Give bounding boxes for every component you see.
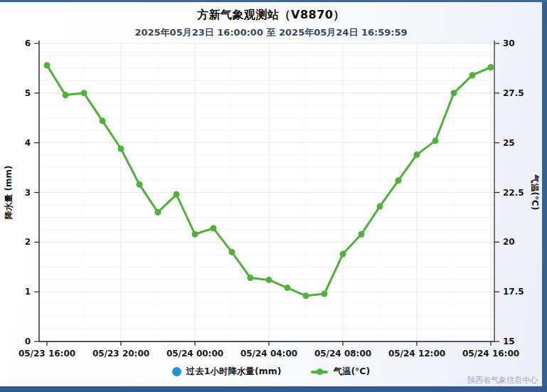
precipitation-legend-label: 过去1小时降水量(mm) <box>186 366 282 378</box>
svg-text:05/23 16:00: 05/23 16:00 <box>18 349 75 359</box>
legend: 过去1小时降水量(mm) 气温(°C) <box>0 366 542 378</box>
svg-text:降水量 (mm): 降水量 (mm) <box>4 165 14 219</box>
svg-text:1: 1 <box>25 287 31 297</box>
svg-text:27.5: 27.5 <box>503 88 524 98</box>
temperature-legend-label: 气温(°C) <box>333 366 370 378</box>
window-bottom-border <box>0 386 547 392</box>
page-title: 方新气象观测站（V8870） <box>0 8 542 23</box>
svg-text:17.5: 17.5 <box>503 287 524 297</box>
temperature-line-chart: 01234561517.52022.52527.53005/23 16:0005… <box>0 35 542 362</box>
svg-text:05/24 16:00: 05/24 16:00 <box>462 349 519 359</box>
svg-text:05/24 00:00: 05/24 00:00 <box>166 349 223 359</box>
svg-text:5: 5 <box>25 88 31 98</box>
legend-item-precipitation[interactable]: 过去1小时降水量(mm) <box>172 366 282 378</box>
svg-text:05/24 08:00: 05/24 08:00 <box>314 349 371 359</box>
window-right-border <box>542 2 547 392</box>
svg-text:20: 20 <box>503 237 515 247</box>
svg-text:05/23 20:00: 05/23 20:00 <box>92 349 149 359</box>
svg-text:6: 6 <box>25 38 31 48</box>
svg-text:05/24 12:00: 05/24 12:00 <box>388 349 445 359</box>
svg-text:气温(°C): 气温(°C) <box>530 174 540 211</box>
watermark: 陕西省气象信息中心 <box>467 375 538 386</box>
svg-text:3: 3 <box>25 188 31 198</box>
legend-item-temperature[interactable]: 气温(°C) <box>311 366 370 378</box>
svg-text:2: 2 <box>25 237 31 247</box>
temperature-legend-marker-icon <box>311 371 328 374</box>
svg-text:22.5: 22.5 <box>503 188 524 198</box>
svg-text:30: 30 <box>503 38 515 48</box>
svg-text:05/24 04:00: 05/24 04:00 <box>240 349 297 359</box>
svg-text:4: 4 <box>25 138 31 148</box>
svg-text:0: 0 <box>25 337 31 346</box>
weather-station-chart-window: 方新气象观测站（V8870） 2025年05月23日 16:00:00 至 20… <box>0 0 547 392</box>
precipitation-legend-marker-icon <box>172 367 181 376</box>
svg-text:15: 15 <box>503 337 515 346</box>
svg-text:25: 25 <box>503 138 515 148</box>
